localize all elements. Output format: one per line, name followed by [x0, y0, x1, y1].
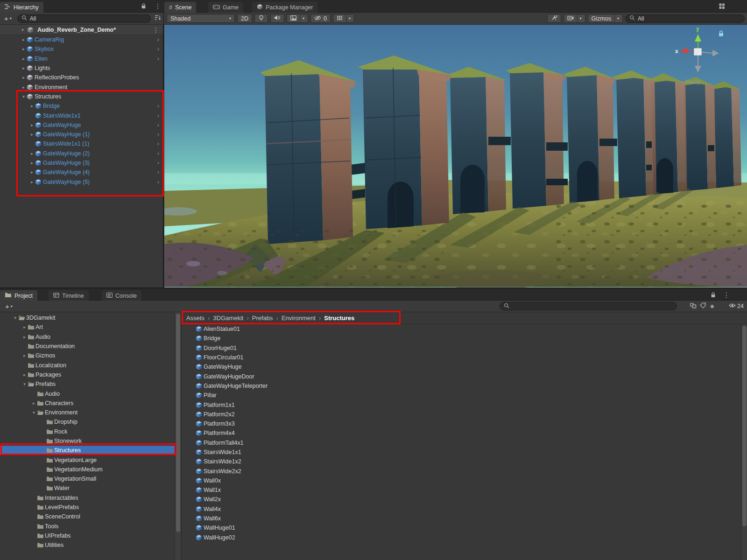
expand-triangle-icon[interactable]: ▸: [29, 170, 35, 175]
chevron-down-icon[interactable]: ▾: [300, 14, 304, 22]
expand-triangle-icon[interactable]: ▾: [31, 410, 37, 415]
asset-item[interactable]: Wall4x: [182, 504, 741, 514]
expand-triangle-icon[interactable]: ▸: [29, 151, 35, 156]
project-folder-item[interactable]: Interactables: [0, 493, 176, 503]
expand-triangle-icon[interactable]: ▸: [21, 37, 27, 42]
prefab-open-arrow[interactable]: ›: [157, 178, 159, 185]
project-folder-item[interactable]: Rock: [0, 427, 176, 436]
tab-package-manager[interactable]: Package Manager: [252, 2, 317, 13]
chevron-down-icon[interactable]: ▾: [346, 14, 351, 22]
tab-console[interactable]: Console: [102, 290, 141, 301]
asset-item[interactable]: WallHuge01: [182, 523, 741, 532]
tab-scene[interactable]: # Scene: [164, 2, 196, 13]
expand-triangle-icon[interactable]: ▸: [29, 104, 35, 108]
expand-triangle-icon[interactable]: ▾: [21, 94, 27, 99]
chevron-down-icon[interactable]: ▾: [614, 14, 619, 22]
scene-header-row[interactable]: ▾ Audio_Reverb_Zone_Demo* ⋮: [0, 25, 163, 35]
scene-orientation-gizmo[interactable]: [672, 28, 724, 76]
project-folder-item[interactable]: Localization: [0, 360, 176, 370]
hierarchy-item[interactable]: ▸GateWayHuge (2)›: [0, 149, 163, 158]
prefab-open-arrow[interactable]: ›: [157, 36, 159, 43]
project-folder-item[interactable]: ▸Audio: [0, 332, 176, 342]
hierarchy-item[interactable]: ▸Environment: [0, 82, 163, 91]
hierarchy-item[interactable]: ▸CameraRig›: [0, 35, 163, 44]
prefab-open-arrow[interactable]: ›: [157, 159, 159, 166]
project-folder-item[interactable]: SceneControl: [0, 512, 176, 521]
asset-item[interactable]: StairsWide2x2: [182, 466, 741, 476]
tab-hierarchy[interactable]: Hierarchy: [0, 2, 43, 13]
asset-item[interactable]: Wall0x: [182, 476, 741, 485]
sort-icon[interactable]: [155, 15, 161, 22]
project-folder-item[interactable]: ▸Art: [0, 322, 176, 332]
asset-item[interactable]: Platform2x2: [182, 410, 741, 419]
asset-item[interactable]: Wall2x: [182, 495, 741, 504]
chevron-down-icon[interactable]: ▾: [577, 14, 582, 22]
hierarchy-search-field[interactable]: [17, 14, 151, 23]
lock-icon[interactable]: [711, 292, 716, 298]
prefab-open-arrow[interactable]: ›: [157, 55, 159, 62]
project-search-input[interactable]: [512, 303, 673, 309]
2d-toggle-button[interactable]: 2D: [237, 14, 252, 23]
hierarchy-search-input[interactable]: [30, 15, 147, 22]
asset-item[interactable]: Pillar: [182, 391, 741, 400]
tab-project[interactable]: Project: [0, 290, 37, 301]
hierarchy-item[interactable]: ▸GateWayHuge (5)›: [0, 177, 163, 186]
expand-triangle-icon[interactable]: ▸: [29, 132, 35, 137]
prefab-open-arrow[interactable]: ›: [157, 140, 159, 147]
search-by-type-icon[interactable]: [690, 303, 697, 310]
tools-button[interactable]: [547, 14, 561, 23]
scene-viewport[interactable]: y x ‹ Persp: [164, 25, 747, 287]
project-folder-item[interactable]: Tools: [0, 522, 176, 531]
expand-triangle-icon[interactable]: ▸: [31, 401, 37, 406]
hierarchy-item[interactable]: ▸GateWayHuge (4)›: [0, 168, 163, 177]
asset-item[interactable]: Wall1x: [182, 485, 741, 495]
hierarchy-item[interactable]: ▾Structures: [0, 92, 163, 101]
hierarchy-item[interactable]: ▸GateWayHuge (3)›: [0, 158, 163, 168]
tab-timeline[interactable]: Timeline: [49, 290, 89, 301]
asset-item[interactable]: GateWayHugeDoor: [182, 371, 741, 381]
scene-search-field[interactable]: [625, 14, 745, 23]
hierarchy-item[interactable]: ▸Skybox›: [0, 44, 163, 54]
project-folder-item[interactable]: Audio: [0, 389, 176, 398]
asset-item[interactable]: StairsWide1x2: [182, 457, 741, 466]
breadcrumb-item[interactable]: Structures: [324, 315, 354, 322]
hierarchy-item[interactable]: ▸Ellen›: [0, 54, 163, 63]
projection-mode-label[interactable]: ‹ Persp: [682, 79, 700, 85]
asset-item[interactable]: Bridge: [182, 334, 741, 343]
prefab-open-arrow[interactable]: ›: [157, 131, 159, 138]
scrollbar-thumb[interactable]: [742, 326, 747, 526]
grid-settings-button[interactable]: ▾: [333, 14, 354, 23]
scene-visibility-button[interactable]: 0: [310, 14, 331, 23]
hierarchy-item[interactable]: StairsWide1x1 (1)›: [0, 139, 163, 148]
expand-triangle-icon[interactable]: ▸: [21, 325, 28, 329]
layout-grid-icon[interactable]: [719, 3, 725, 9]
lock-icon[interactable]: [141, 3, 146, 9]
project-folder-item[interactable]: ▾Prefabs: [0, 379, 176, 389]
asset-item[interactable]: StairsWide1x1: [182, 448, 741, 457]
expand-triangle-icon[interactable]: ▸: [29, 161, 35, 165]
asset-item[interactable]: WallHuge02: [182, 533, 741, 542]
project-folder-item[interactable]: UIPrefabs: [0, 531, 176, 540]
asset-item[interactable]: DoorHuge01: [182, 343, 741, 353]
effects-dropdown-button[interactable]: ▾: [287, 14, 308, 23]
expand-triangle-icon[interactable]: ▸: [21, 75, 27, 80]
expand-triangle-icon[interactable]: ▸: [21, 66, 27, 70]
asset-item[interactable]: GateWayHugeTeleporter: [182, 381, 741, 391]
expand-triangle-icon[interactable]: ▾: [12, 315, 18, 320]
prefab-open-arrow[interactable]: ›: [157, 121, 159, 128]
lighting-toggle-button[interactable]: [254, 14, 268, 23]
gizmos-dropdown[interactable]: Gizmos ▾: [588, 14, 623, 23]
favorites-star-icon[interactable]: ★: [709, 303, 715, 310]
breadcrumb-item[interactable]: Environment: [282, 315, 316, 322]
project-folder-item[interactable]: Stonework: [0, 436, 176, 446]
hierarchy-item[interactable]: ▸Lights: [0, 63, 163, 73]
breadcrumb-item[interactable]: 3DGamekit: [213, 315, 243, 322]
project-folder-item[interactable]: ▾3DGamekit: [0, 313, 176, 322]
asset-item[interactable]: Platform1x1: [182, 400, 741, 409]
project-folder-item[interactable]: Documentation: [0, 342, 176, 351]
project-folder-item[interactable]: ▸Packages: [0, 370, 176, 379]
expand-triangle-icon[interactable]: ▸: [21, 372, 28, 377]
project-folder-item[interactable]: Dropship: [0, 417, 176, 427]
kebab-menu-icon[interactable]: ⋮: [155, 3, 161, 9]
asset-item[interactable]: GateWayHuge: [182, 362, 741, 371]
